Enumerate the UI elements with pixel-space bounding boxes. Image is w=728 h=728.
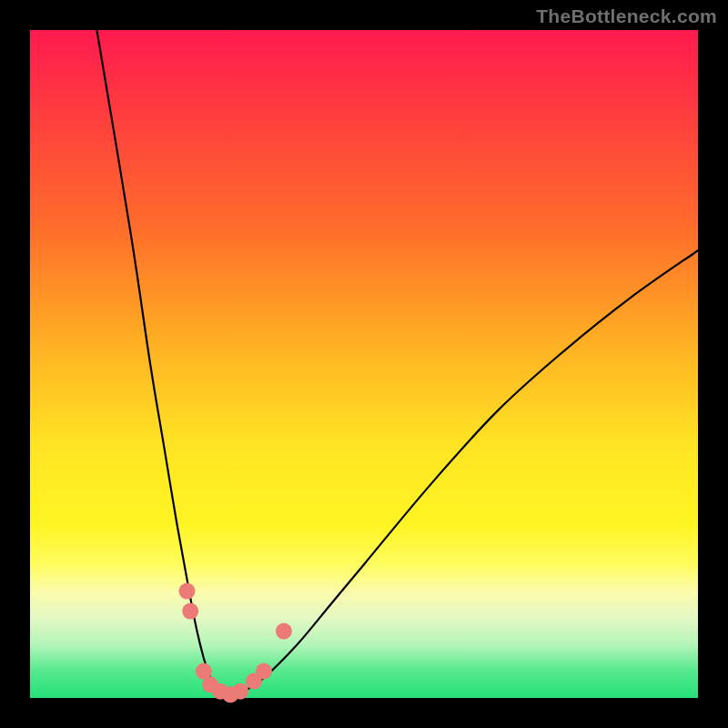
attribution-label: TheBottleneck.com [536, 5, 717, 27]
data-marker [182, 603, 198, 620]
data-marker [276, 623, 292, 640]
bottleneck-chart [30, 30, 698, 698]
data-marker [232, 683, 248, 700]
data-marker [179, 583, 196, 600]
data-marker [256, 663, 272, 680]
marker-group [179, 583, 292, 703]
